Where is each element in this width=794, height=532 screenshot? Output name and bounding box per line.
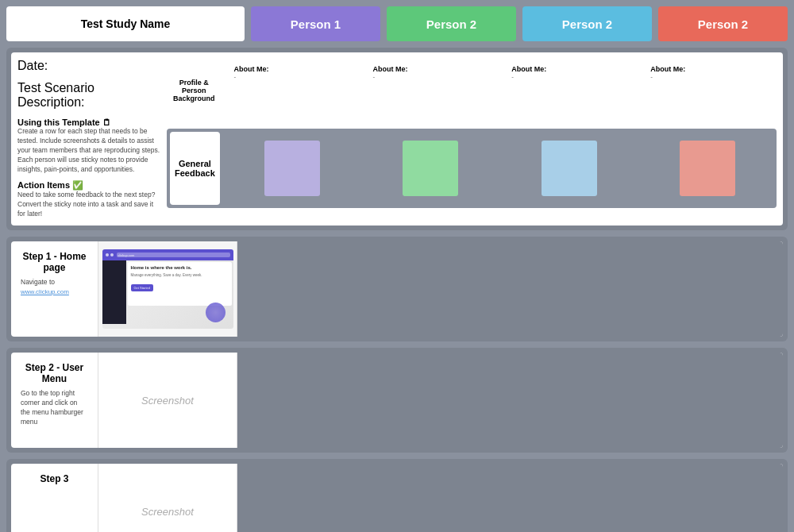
about-dash-1: - (234, 73, 354, 80)
about-label-3: About Me: (511, 65, 631, 73)
step1-panel: Step 1 - Home page Navigate to www.click… (6, 237, 788, 341)
step2-screenshot: Screenshot (98, 353, 237, 448)
step1-screenshot: clickup.com Home is where the work is. M… (98, 241, 237, 337)
scenario-label: Test Scenario Description: (17, 81, 160, 110)
step3-title: Step 3 (21, 473, 88, 484)
info-panel: Date: Test Scenario Description: Using t… (17, 59, 160, 219)
about-dash-3: - (511, 73, 631, 80)
feedback-row: General Feedback (167, 129, 777, 208)
template-label: Using this Template 🗒 (17, 118, 160, 127)
sticky-1 (226, 132, 358, 205)
person-header-2: Person 2 (387, 6, 516, 41)
step3-data (237, 464, 783, 532)
sticky-blue-note (542, 141, 597, 196)
about-card-1: About Me: - (228, 59, 360, 122)
sticky-2 (364, 132, 496, 205)
step1-mockup: clickup.com Home is where the work is. M… (102, 249, 233, 329)
step3-inner: Step 3 Screenshot (11, 464, 783, 532)
feedback-label: General Feedback (170, 132, 220, 205)
step2-inner: Step 2 - User Menu Go to the top right c… (11, 353, 783, 448)
step1-desc: Navigate to www.clickup.com (21, 278, 88, 297)
about-label-1: About Me: (234, 65, 354, 73)
profile-title: Profile & Person Background (173, 79, 215, 102)
sticky-3 (503, 132, 634, 205)
profile-area: Profile & Person Background About Me: - … (167, 59, 777, 219)
step1-inner: Step 1 - Home page Navigate to www.click… (11, 241, 783, 337)
step1-link[interactable]: www.clickup.com (21, 288, 69, 295)
step2-panel: Step 2 - User Menu Go to the top right c… (6, 348, 788, 453)
person-header-1: Person 1 (251, 6, 380, 41)
about-card-4: About Me: - (644, 59, 777, 122)
action-body: Need to take some feedback to the next s… (17, 191, 160, 219)
info-profile-panel: Date: Test Scenario Description: Using t… (6, 48, 788, 230)
profile-bg-card: Profile & Person Background (167, 59, 222, 122)
profile-cards-row: Profile & Person Background About Me: - … (167, 59, 777, 122)
about-dash-2: - (372, 73, 492, 80)
date-label: Date: (17, 59, 160, 73)
step2-data (237, 353, 783, 448)
step3-left: Step 3 (11, 464, 98, 532)
content-area: Date: Test Scenario Description: Using t… (0, 48, 794, 532)
template-body: Create a row for each step that needs to… (17, 127, 160, 174)
sticky-purple-note (264, 141, 320, 196)
about-card-2: About Me: - (366, 59, 499, 122)
step3-screenshot: Screenshot (98, 464, 237, 532)
about-label-4: About Me: (650, 65, 770, 73)
sticky-4 (642, 132, 773, 205)
step2-title: Step 2 - User Menu (21, 362, 88, 384)
action-label: Action Items ✅ (17, 180, 160, 191)
step1-data (237, 241, 783, 337)
about-card-3: About Me: - (505, 59, 638, 122)
person-header-3: Person 2 (522, 6, 652, 41)
step2-left: Step 2 - User Menu Go to the top right c… (11, 353, 98, 448)
sticky-green-note (403, 141, 458, 196)
step1-left: Step 1 - Home page Navigate to www.click… (11, 241, 98, 337)
header-row: Test Study Name Person 1 Person 2 Person… (0, 0, 794, 48)
about-label-2: About Me: (372, 65, 492, 73)
step1-title: Step 1 - Home page (21, 251, 88, 273)
about-dash-4: - (650, 73, 770, 80)
person-header-4: Person 2 (658, 6, 788, 41)
study-title: Test Study Name (6, 6, 245, 41)
step3-panel: Step 3 Screenshot (6, 459, 788, 532)
step2-desc: Go to the top right corner and click on … (21, 389, 88, 427)
sticky-pink-note (680, 141, 735, 196)
